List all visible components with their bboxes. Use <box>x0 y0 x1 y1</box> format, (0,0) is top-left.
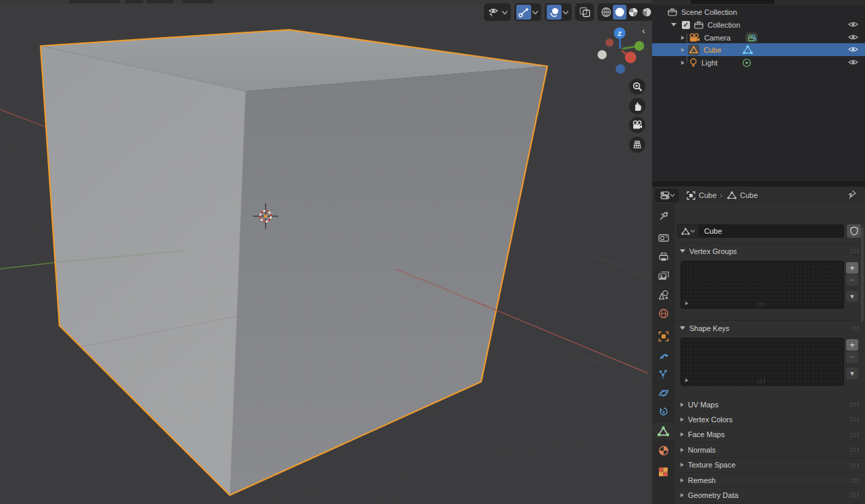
tab-texture[interactable] <box>652 463 674 480</box>
panel-header-vertex-groups[interactable]: Vertex Groups <box>674 243 865 258</box>
camera-expand-arrow[interactable] <box>681 36 685 40</box>
remesh-grip[interactable] <box>850 478 860 482</box>
face-maps-grip[interactable] <box>850 432 860 437</box>
gizmo-dropdown-chevron[interactable] <box>531 5 539 20</box>
tab-view-layer[interactable] <box>652 268 674 284</box>
sidebar-collapse-arrow[interactable]: ‹ <box>642 26 645 36</box>
collection-expand-arrow[interactable] <box>671 23 676 26</box>
fake-user-shield-button[interactable] <box>847 224 861 238</box>
tab-constraints[interactable] <box>652 404 674 420</box>
breadcrumb-data-name[interactable]: Cube <box>740 191 758 199</box>
tab-output[interactable] <box>652 249 674 265</box>
visibility-dropdown-chevron[interactable] <box>501 5 509 20</box>
xray-toggle[interactable] <box>577 5 592 20</box>
collection-visibility-eye[interactable] <box>848 21 858 28</box>
pin-id-button[interactable] <box>847 189 857 199</box>
panel-header-normals[interactable]: Normals <box>674 442 865 457</box>
shape-key-remove-button[interactable]: − <box>846 351 858 363</box>
gizmo-neg-x-ball[interactable] <box>606 39 614 47</box>
geometry-data-grip[interactable] <box>850 493 860 497</box>
tab-scene[interactable] <box>652 286 674 303</box>
panel-header-geometry-data[interactable]: Geometry Data <box>674 487 865 502</box>
gizmo-x-ball[interactable] <box>625 52 637 64</box>
cube-mesh-data-icon[interactable] <box>743 45 753 54</box>
tab-tool[interactable] <box>652 208 674 224</box>
camera-visibility-eye[interactable] <box>848 34 858 41</box>
light-expand-arrow[interactable] <box>681 61 685 65</box>
camera-view-button[interactable] <box>629 117 645 133</box>
3d-viewport[interactable]: Z <box>0 0 652 504</box>
header-button-partial[interactable] <box>147 0 174 3</box>
header-button-partial[interactable] <box>125 0 143 3</box>
shading-rendered-button[interactable] <box>640 5 652 20</box>
shape-key-add-button[interactable]: + <box>846 339 858 351</box>
panel-header-texture-space[interactable]: Texture Space <box>674 457 865 472</box>
gizmo-y-ball[interactable] <box>635 41 644 51</box>
panel-header-vertex-colors[interactable]: Vertex Colors <box>674 411 865 426</box>
uv-maps-grip[interactable] <box>850 402 860 407</box>
tab-object[interactable] <box>652 328 674 345</box>
outliner-row-camera[interactable]: Camera <box>652 31 865 44</box>
outliner-row-collection[interactable]: ✓ Collection <box>652 18 865 31</box>
show-overlays-toggle[interactable] <box>547 5 562 20</box>
vertex-group-specials-button[interactable]: ▼ <box>846 291 858 302</box>
shape-keys-grip[interactable] <box>850 326 860 330</box>
tab-material[interactable] <box>652 443 674 459</box>
editor-divider[interactable] <box>652 181 865 186</box>
outliner-row-cube[interactable]: Cube <box>652 43 865 56</box>
breadcrumb-object-name[interactable]: Cube <box>699 191 716 199</box>
panel-header-remesh[interactable]: Remesh <box>674 472 865 487</box>
vertex-group-remove-button[interactable]: − <box>846 274 858 286</box>
browse-mesh-button[interactable] <box>677 224 699 238</box>
shading-material-button[interactable] <box>626 5 640 20</box>
vertex-colors-grip[interactable] <box>850 417 860 422</box>
normals-grip[interactable] <box>850 447 860 452</box>
show-gizmo-toggle[interactable] <box>516 5 531 20</box>
tab-object-data[interactable] <box>652 423 674 439</box>
panel-header-shape-keys[interactable]: Shape Keys <box>674 320 865 335</box>
light-data-icon[interactable] <box>742 58 751 68</box>
outliner-row-light[interactable]: Light <box>652 56 865 69</box>
move-view-button[interactable] <box>629 98 645 114</box>
object-type-visibility-button[interactable] <box>486 5 501 20</box>
cube-visibility-eye[interactable] <box>848 46 858 53</box>
shading-solid-button[interactable] <box>613 5 626 20</box>
shape-keys-list[interactable] <box>681 338 844 386</box>
gizmo-neg-z-ball[interactable] <box>616 64 625 74</box>
zoom-view-button[interactable] <box>629 78 645 95</box>
gizmo-neg-y-ball[interactable] <box>597 50 607 59</box>
shape-keys-list-expander[interactable] <box>685 378 689 382</box>
tab-particles[interactable] <box>652 366 674 382</box>
perspective-toggle-button[interactable] <box>629 136 645 153</box>
shape-keys-expand-arrow[interactable] <box>680 326 685 330</box>
panel-header-face-maps[interactable]: Face Maps <box>674 427 865 442</box>
texture-space-grip[interactable] <box>850 463 860 468</box>
cube-expand-arrow[interactable] <box>681 48 685 52</box>
camera-data-icon[interactable] <box>745 32 758 43</box>
vertex-group-add-button[interactable]: + <box>846 262 858 274</box>
vertex-groups-list[interactable] <box>681 261 844 309</box>
vertex-groups-grip[interactable] <box>850 249 860 253</box>
vertex-groups-list-expander[interactable] <box>685 301 689 305</box>
vertex-groups-expand-arrow[interactable] <box>680 249 685 253</box>
editor-type-button[interactable] <box>656 189 678 202</box>
outliner-row-scene-collection[interactable]: Scene Collection <box>652 5 865 18</box>
vertex-groups-list-grip[interactable] <box>757 302 766 306</box>
outliner-search-field-partial[interactable] <box>691 0 774 4</box>
shape-key-specials-button[interactable]: ▼ <box>846 368 858 379</box>
shading-wireframe-button[interactable] <box>599 5 613 20</box>
tab-modifiers[interactable] <box>652 347 674 363</box>
shape-keys-list-grip[interactable] <box>757 379 766 383</box>
mesh-name-field[interactable]: Cube <box>699 224 844 238</box>
light-visibility-eye[interactable] <box>848 59 858 66</box>
tab-physics[interactable] <box>652 385 674 401</box>
cube-object[interactable] <box>41 30 547 495</box>
tab-render[interactable] <box>652 230 674 246</box>
panel-header-uv-maps[interactable]: UV Maps <box>674 397 865 411</box>
tab-world[interactable] <box>652 305 674 322</box>
overlays-dropdown-chevron[interactable] <box>562 5 570 20</box>
properties-scrollbar[interactable] <box>861 227 864 322</box>
header-button-partial[interactable] <box>182 0 213 3</box>
mode-dropdown-partial[interactable] <box>69 0 120 3</box>
collection-checkbox[interactable]: ✓ <box>682 21 690 29</box>
